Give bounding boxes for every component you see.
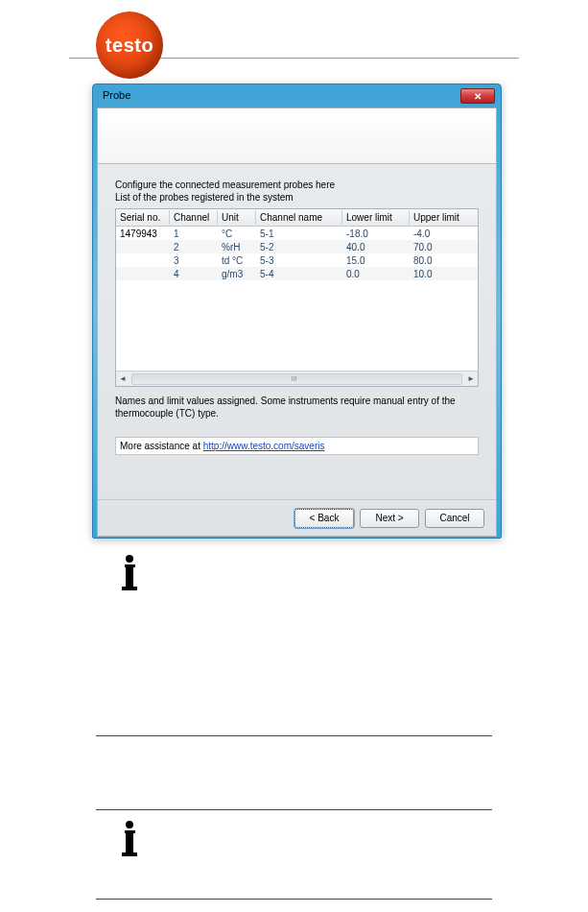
- cell-serial: [116, 272, 170, 276]
- horizontal-scrollbar[interactable]: ◄ III ►: [116, 371, 478, 386]
- cell-unit: °C: [218, 227, 256, 241]
- table-row[interactable]: 3 td °C 5-3 15.0 80.0: [116, 253, 478, 267]
- close-button[interactable]: ✕: [460, 88, 495, 104]
- col-header-serial[interactable]: Serial no.: [116, 210, 170, 225]
- cell-upper: 80.0: [410, 253, 478, 268]
- scroll-right-icon[interactable]: ►: [464, 372, 478, 386]
- cell-serial: 1479943: [116, 227, 170, 241]
- cell-serial: [116, 245, 170, 249]
- scroll-track[interactable]: III: [131, 373, 462, 385]
- cell-lower: -18.0: [342, 227, 410, 241]
- cell-upper: -4.0: [410, 227, 478, 241]
- cell-lower: 40.0: [342, 240, 410, 254]
- table-header-row: Serial no. Channel Unit Channel name Low…: [116, 209, 478, 227]
- wizard-button-bar: < Back Next > Cancel: [98, 499, 496, 536]
- next-button[interactable]: Next >: [360, 509, 419, 528]
- cell-channel: 2: [170, 240, 218, 254]
- assistance-row: More assistance at http://www.testo.com/…: [115, 437, 479, 455]
- table-body: 1479943 1 °C 5-1 -18.0 -4.0 2 %rH 5-2 40…: [116, 227, 478, 280]
- cell-unit: g/m3: [218, 267, 256, 281]
- cell-channel: 4: [170, 267, 218, 281]
- cell-lower: 0.0: [342, 267, 410, 281]
- probe-dialog: Probe ✕ Configure the connected measurem…: [92, 84, 502, 539]
- col-header-channel[interactable]: Channel: [170, 210, 218, 225]
- cell-serial: [116, 258, 170, 262]
- info-icon: [118, 821, 141, 855]
- col-header-name[interactable]: Channel name: [256, 210, 342, 225]
- list-heading: List of the probes registered in the sys…: [115, 192, 479, 203]
- brand-logo: testo: [96, 12, 163, 79]
- dialog-content: Configure the connected measurement prob…: [98, 164, 496, 463]
- assist-prefix: More assistance at: [120, 441, 203, 451]
- col-header-upper[interactable]: Upper limit: [410, 210, 478, 225]
- close-icon: ✕: [474, 91, 482, 102]
- cancel-button[interactable]: Cancel: [425, 509, 484, 528]
- dialog-body: Configure the connected measurement prob…: [97, 108, 497, 537]
- cell-upper: 10.0: [410, 267, 478, 281]
- assist-link[interactable]: http://www.testo.com/saveris: [203, 441, 325, 451]
- back-button[interactable]: < Back: [294, 509, 354, 528]
- divider: [96, 809, 492, 810]
- cell-lower: 15.0: [342, 253, 410, 268]
- title-bar: Probe ✕: [97, 88, 497, 108]
- cell-name: 5-3: [256, 253, 342, 268]
- info-icon: [118, 555, 141, 589]
- notes-text: Names and limit values assigned. Some in…: [115, 395, 479, 420]
- table-row[interactable]: 4 g/m3 5-4 0.0 10.0: [116, 267, 478, 280]
- cell-unit: %rH: [218, 240, 256, 254]
- table-row[interactable]: 1479943 1 °C 5-1 -18.0 -4.0: [116, 227, 478, 240]
- cell-name: 5-1: [256, 227, 342, 241]
- cell-channel: 1: [170, 227, 218, 241]
- divider: [96, 735, 492, 736]
- cell-name: 5-4: [256, 267, 342, 281]
- cell-channel: 3: [170, 253, 218, 268]
- scroll-left-icon[interactable]: ◄: [116, 372, 129, 386]
- table-row[interactable]: 2 %rH 5-2 40.0 70.0: [116, 240, 478, 253]
- config-heading: Configure the connected measurement prob…: [115, 180, 479, 190]
- dialog-title: Probe: [99, 88, 130, 101]
- scroll-thumb-icon: III: [291, 375, 298, 383]
- cell-name: 5-2: [256, 240, 342, 254]
- divider: [96, 899, 492, 900]
- probe-table: Serial no. Channel Unit Channel name Low…: [115, 208, 479, 387]
- col-header-unit[interactable]: Unit: [218, 210, 256, 225]
- dialog-banner: [98, 108, 496, 164]
- cell-upper: 70.0: [410, 240, 478, 254]
- col-header-lower[interactable]: Lower limit: [342, 210, 410, 225]
- cell-unit: td °C: [218, 253, 256, 268]
